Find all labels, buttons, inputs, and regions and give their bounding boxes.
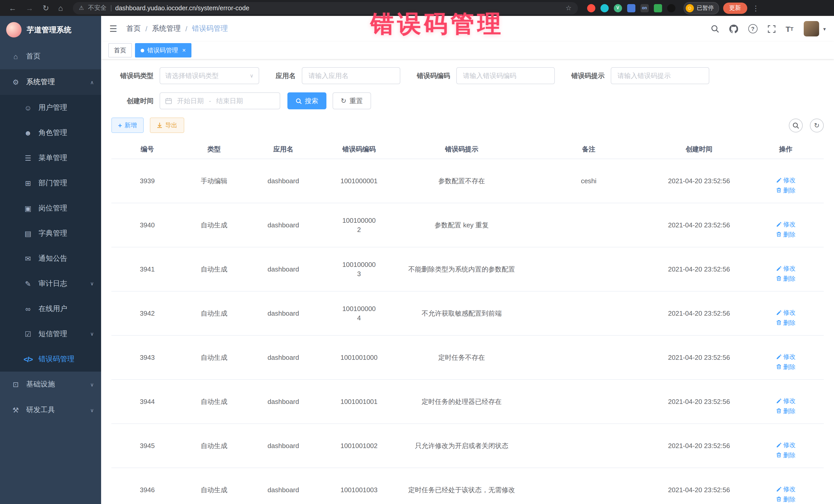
edit-row-button[interactable]: 修改 [776,484,795,494]
edit-pencil-icon [776,266,782,271]
delete-row-button[interactable]: 删除 [776,406,795,415]
page-content: 错误码类型 请选择错误码类型 ∨ 应用名 错误码编码 错误码提示 [101,59,834,504]
error-code-input[interactable] [456,67,555,84]
collapse-sidebar-icon[interactable]: ☰ [109,23,117,34]
reset-button[interactable]: ↻ 重置 [333,92,371,109]
reload-icon[interactable]: ↻ [43,4,49,12]
breadcrumb-item[interactable]: 系统管理 [152,24,181,34]
delete-row-button[interactable]: 删除 [776,495,795,504]
help-icon[interactable]: ? [748,24,757,34]
start-date-placeholder: 开始日期 [177,96,204,106]
edit-row-button[interactable]: 修改 [776,396,795,406]
browser-menu-icon[interactable]: ⋮ [752,4,759,12]
delete-row-button[interactable]: 删除 [776,230,795,239]
trash-icon [776,187,782,193]
extension-green-icon[interactable] [654,4,662,12]
edit-pencil-icon [776,221,782,227]
edit-row-button[interactable]: 修改 [776,308,795,317]
vue-devtools-icon[interactable]: V [614,4,622,12]
date-range-picker[interactable]: 开始日期 - 结束日期 [160,92,280,109]
menu-list-icon: ☰ [24,154,32,162]
update-button[interactable]: 更新 [723,2,747,14]
table-row: 3946 自动生成 dashboard 1001001003 定时任务已经处于该… [111,468,824,504]
fullscreen-icon[interactable] [768,25,775,32]
breadcrumb-item[interactable]: 首页 [127,24,141,34]
column-header-app: 应用名 [245,140,322,159]
search-icon[interactable] [710,25,719,33]
export-button[interactable]: 导出 [150,117,184,133]
error-message-input[interactable] [611,67,709,84]
cell-remark [527,335,650,379]
cell-app-name: dashboard [245,159,322,203]
github-icon[interactable] [729,24,738,33]
pin-extension-icon[interactable] [667,4,675,12]
search-button[interactable]: 搜索 [287,92,326,109]
delete-row-button[interactable]: 删除 [776,362,795,371]
sidebar-item[interactable]: ☑短信管理∨ [0,321,101,346]
cell-actions: 修改 删除 [748,379,824,424]
add-button[interactable]: + 新增 [111,117,144,133]
address-bar[interactable]: ⚠ 不安全 dashboard.yudao.iocoder.cn/system/… [73,2,578,14]
sidebar-item[interactable]: </>错误码管理 [0,346,101,372]
extension-red-icon[interactable] [587,4,595,12]
sidebar-item[interactable]: ⚙系统管理∧ [0,69,101,95]
sidebar-item[interactable]: ▣岗位管理 [0,196,101,221]
refresh-table-icon[interactable]: ↻ [810,118,824,132]
sidebar-item[interactable]: ✉通知公告 [0,246,101,271]
sidebar-item-label: 角色管理 [39,128,94,137]
error-code-icon: </> [24,355,32,363]
sidebar-item-label: 短信管理 [39,329,84,338]
table-header-row: 编号 类型 应用名 错误码编码 错误码提示 备注 创建时间 操作 [111,140,824,159]
tab-item[interactable]: 首页 [108,43,132,58]
back-icon[interactable]: ← [9,4,17,12]
extension-onetab-icon[interactable]: on [640,4,649,12]
cell-create-time: 2021-04-20 23:52:56 [650,424,748,468]
edit-row-button[interactable]: 修改 [776,220,795,229]
search-form-row-2: 创建时间 开始日期 - 结束日期 搜索 ↻ 重置 [111,92,824,109]
avatar-caret-icon[interactable]: ▾ [823,26,826,31]
cell-error-code: 100100000 4 [322,291,396,335]
app-name-input[interactable] [302,67,400,84]
gear-icon: ⚙ [11,78,20,86]
sidebar-item[interactable]: ⊡基础设施∨ [0,372,101,397]
edit-row-button[interactable]: 修改 [776,352,795,361]
forward-icon[interactable]: → [26,4,34,12]
chevron-up-icon: ∧ [90,79,94,85]
font-size-icon[interactable]: TT [786,24,793,33]
close-tab-icon[interactable]: × [182,47,186,54]
sidebar-item[interactable]: ☰菜单管理 [0,145,101,170]
edit-row-button[interactable]: 修改 [776,176,795,185]
delete-row-button[interactable]: 删除 [776,185,795,195]
extension-teal-icon[interactable] [600,4,609,12]
user-avatar[interactable] [804,21,819,37]
sidebar-item[interactable]: ⚒研发工具∨ [0,397,101,423]
sidebar-item[interactable]: ⌂首页 [0,44,101,69]
delete-row-button[interactable]: 删除 [776,318,795,327]
edit-row-button[interactable]: 修改 [776,264,795,273]
breadcrumb-item[interactable]: 错误码管理 [192,24,228,34]
delete-row-button[interactable]: 删除 [776,274,795,283]
notice-icon: ✉ [24,254,32,263]
tab-active-dot [140,48,144,52]
sidebar-item[interactable]: ▤字典管理 [0,221,101,246]
form-group-create-time: 创建时间 开始日期 - 结束日期 [111,92,280,109]
extension-grid-icon[interactable] [627,4,635,12]
bookmark-star-icon[interactable]: ☆ [566,4,571,12]
sidebar-item[interactable]: ☻角色管理 [0,120,101,145]
tab-active[interactable]: 错误码管理× [135,43,192,58]
cell-remark [527,291,650,335]
sidebar-item[interactable]: ∞在线用户 [0,296,101,321]
profile-avatar: ☺ [685,4,694,12]
edit-row-button[interactable]: 修改 [776,440,795,450]
profile-chip[interactable]: ☺ 已暂停 [683,2,719,14]
browser-home-icon[interactable]: ⌂ [58,4,63,12]
sidebar-item[interactable]: ✎审计日志∨ [0,271,101,296]
cell-type: 自动生成 [183,379,245,424]
sidebar-item[interactable]: ⊞部门管理 [0,170,101,196]
toggle-search-icon[interactable] [789,118,803,132]
sidebar-item-label: 基础设施 [26,380,84,389]
error-type-select[interactable]: 请选择错误码类型 ∨ [160,67,259,84]
sidebar-item[interactable]: ☺用户管理 [0,95,101,120]
delete-row-button[interactable]: 删除 [776,451,795,460]
cell-error-code: 1001000001 [322,159,396,203]
